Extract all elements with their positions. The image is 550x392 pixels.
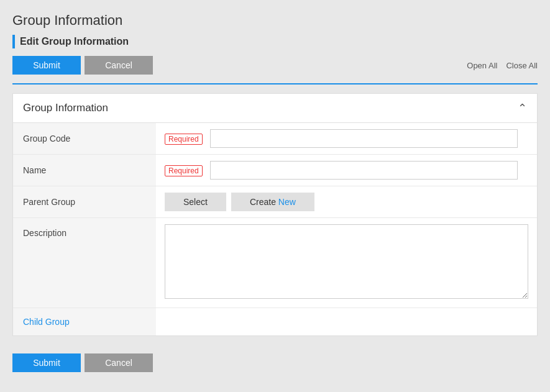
edit-section-label: Edit Group Information: [20, 36, 129, 47]
toolbar: Submit Cancel Open All Close All: [12, 56, 538, 84]
child-group-label: Child Group: [13, 308, 156, 336]
collapse-icon[interactable]: ⌃: [518, 101, 527, 115]
group-information-panel: Group Information ⌃ Group Code Required …: [12, 93, 538, 336]
description-row: Description: [13, 218, 537, 308]
name-label: Name: [13, 155, 156, 186]
bottom-submit-button[interactable]: Submit: [12, 353, 81, 372]
parent-group-input-cell: Select Create New: [156, 186, 537, 218]
create-new-button[interactable]: Create New: [231, 193, 314, 211]
group-code-row: Group Code Required: [13, 123, 537, 155]
form-table: Group Code Required Name Required Pare: [13, 123, 537, 335]
description-textarea[interactable]: [165, 224, 528, 299]
group-code-input[interactable]: [210, 129, 518, 148]
name-row: Name Required: [13, 155, 537, 186]
description-input-cell: [156, 218, 537, 308]
parent-group-label: Parent Group: [13, 186, 156, 218]
section-header: Edit Group Information: [12, 35, 538, 48]
child-group-input-cell: [156, 308, 537, 336]
blue-bar-icon: [12, 35, 15, 48]
name-input-cell: Required: [156, 155, 537, 186]
page-title: Group Information: [12, 12, 538, 29]
bottom-toolbar: Submit Cancel: [12, 345, 538, 385]
toolbar-right: Open All Close All: [467, 61, 538, 70]
description-label: Description: [13, 218, 156, 308]
open-all-link[interactable]: Open All: [467, 61, 497, 70]
cancel-button[interactable]: Cancel: [85, 56, 153, 75]
child-group-row: Child Group: [13, 308, 537, 336]
parent-group-row: Parent Group Select Create New: [13, 186, 537, 218]
name-required-badge: Required: [165, 165, 203, 176]
submit-button[interactable]: Submit: [12, 56, 81, 75]
parent-group-btn-group: Select Create New: [165, 193, 528, 211]
group-code-input-cell: Required: [156, 123, 537, 155]
panel-header: Group Information ⌃: [13, 94, 537, 123]
name-input[interactable]: [210, 161, 518, 180]
create-new-blue: New: [278, 197, 296, 207]
group-code-required-badge: Required: [165, 134, 203, 145]
select-button[interactable]: Select: [165, 193, 226, 211]
group-code-label: Group Code: [13, 123, 156, 155]
close-all-link[interactable]: Close All: [506, 61, 538, 70]
bottom-cancel-button[interactable]: Cancel: [85, 353, 153, 372]
panel-title: Group Information: [23, 102, 108, 114]
